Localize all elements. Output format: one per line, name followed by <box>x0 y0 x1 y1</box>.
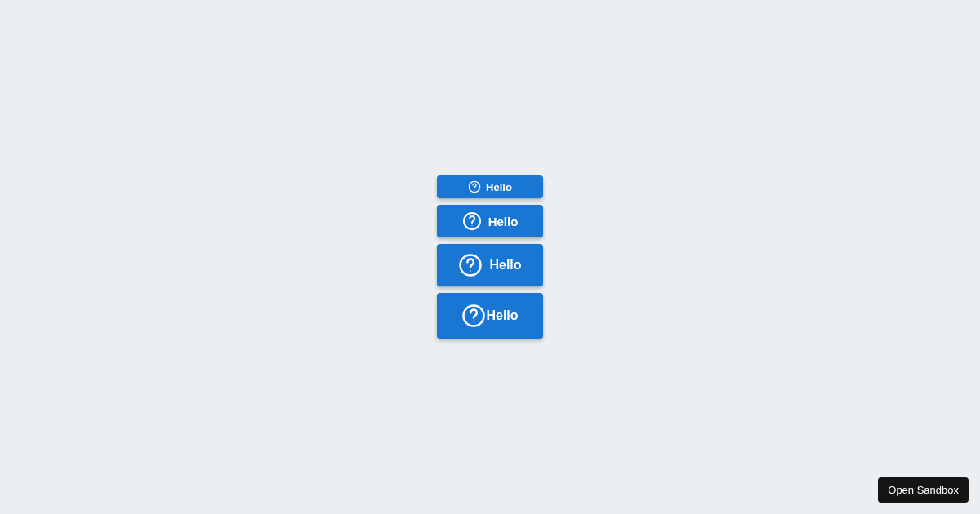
help-circle-icon <box>461 304 486 328</box>
button-label: Hello <box>486 181 512 193</box>
hello-button-large[interactable]: Hello <box>437 244 543 286</box>
button-label: Hello <box>488 215 519 228</box>
svg-point-5 <box>470 270 472 272</box>
hello-button-medium[interactable]: Hello <box>437 205 543 237</box>
button-label: Hello <box>489 258 521 273</box>
help-circle-icon <box>458 253 483 277</box>
open-sandbox-button[interactable]: Open Sandbox <box>878 477 969 503</box>
svg-point-3 <box>471 225 472 226</box>
help-circle-icon <box>462 211 482 231</box>
svg-point-1 <box>474 189 475 190</box>
help-circle-icon <box>468 180 481 193</box>
open-sandbox-label: Open Sandbox <box>888 484 959 496</box>
hello-button-small[interactable]: Hello <box>437 175 543 198</box>
svg-point-7 <box>474 321 475 322</box>
button-label: Hello <box>486 308 518 323</box>
hello-button-xlarge[interactable]: Hello <box>437 293 543 339</box>
button-stack: Hello Hello Hello <box>437 175 543 339</box>
